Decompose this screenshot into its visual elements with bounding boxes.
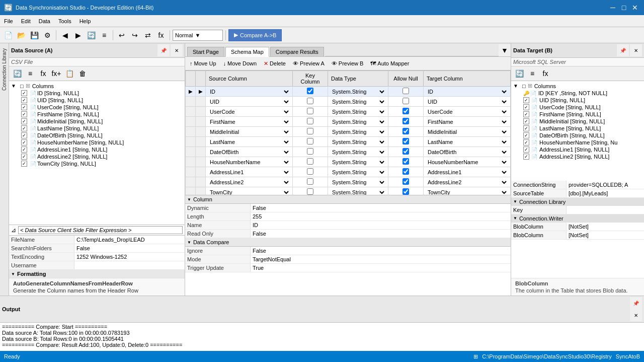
minimize-button[interactable]: ─: [608, 3, 618, 13]
left-pin-button[interactable]: 📌: [157, 44, 170, 56]
prop-val-ignore[interactable]: False: [251, 247, 511, 255]
right-close-button[interactable]: ✕: [630, 44, 642, 56]
target-cell-4[interactable]: MiddleInitial: [424, 127, 511, 137]
type-select-6[interactable]: System.String: [330, 149, 386, 156]
prop-value-textencoding[interactable]: 1252 Windows-1252: [74, 253, 185, 261]
move-up-button[interactable]: ↑ Move Up: [187, 58, 219, 69]
tree-columns-root[interactable]: ▼ □ ⊞ Columns: [10, 82, 184, 90]
col-checkbox-usercode[interactable]: ✓: [21, 104, 27, 110]
type-cell-10[interactable]: System.String: [328, 187, 388, 195]
key-cell-4[interactable]: [293, 127, 328, 137]
key-checkbox-1[interactable]: [307, 98, 313, 104]
tab-dropdown-button[interactable]: ▼: [499, 44, 511, 56]
menu-tools[interactable]: Tools: [54, 15, 75, 27]
type-select-2[interactable]: System.String: [330, 108, 386, 115]
key-checkbox-9[interactable]: [307, 178, 313, 185]
preview-b-button[interactable]: 👁 Preview B: [329, 58, 366, 69]
target-cell-3[interactable]: FirstName: [424, 117, 511, 127]
type-cell-8[interactable]: System.String: [328, 167, 388, 177]
table-row[interactable]: UserCode System.String UserCode: [186, 107, 511, 117]
target-cell-0[interactable]: ID: [424, 87, 511, 97]
source-select-7[interactable]: HouseNumberName: [208, 159, 290, 166]
target-select-0[interactable]: ID: [426, 88, 508, 95]
tab-schema-map[interactable]: Schema Map: [225, 47, 269, 57]
col-checkbox-addressline2[interactable]: ✓: [21, 154, 27, 160]
null-checkbox-10[interactable]: [403, 188, 409, 195]
connection-writer-section[interactable]: ▼ Connection.Writer: [511, 214, 644, 223]
col-checkbox-id[interactable]: ✓: [21, 90, 27, 96]
auto-mapper-button[interactable]: 🗺 Auto Mapper: [368, 58, 412, 69]
column-section-header[interactable]: ▼ Column: [185, 195, 511, 204]
target-cell-1[interactable]: UID: [424, 97, 511, 107]
col-checkbox-addressline1[interactable]: ✓: [21, 147, 27, 153]
null-cell-3[interactable]: [388, 117, 424, 127]
source-cell-7[interactable]: HouseNumberName: [206, 157, 293, 167]
right-tree-middleinitial[interactable]: ✓ 📄 MiddleInitial [String, NULL]: [522, 118, 643, 125]
target-cell-9[interactable]: AddressLine2: [424, 177, 511, 187]
null-cell-5[interactable]: [388, 137, 424, 147]
target-cell-7[interactable]: HouseNumberName: [424, 157, 511, 167]
source-cell-10[interactable]: TownCity: [206, 187, 293, 195]
target-cell-10[interactable]: TownCity: [424, 187, 511, 195]
key-checkbox-5[interactable]: [307, 138, 313, 144]
target-cell-8[interactable]: AddressLine1: [424, 167, 511, 177]
preview-a-button[interactable]: 👁 Preview A: [290, 58, 327, 69]
move-down-button[interactable]: ↓ Move Down: [221, 58, 260, 69]
tree-item-lastname[interactable]: ✓ 📄 LastName [String, NULL]: [20, 125, 184, 132]
mode-dropdown[interactable]: Normal ▼: [173, 30, 223, 41]
settings-button[interactable]: ⚙: [41, 29, 53, 41]
maximize-button[interactable]: □: [619, 3, 629, 13]
null-cell-7[interactable]: [388, 157, 424, 167]
null-checkbox-2[interactable]: [403, 108, 409, 114]
source-cell-1[interactable]: UID: [206, 97, 293, 107]
source-cell-2[interactable]: UserCode: [206, 107, 293, 117]
right-tree-uid[interactable]: ✓ 📄 UID [String, NULL]: [522, 97, 643, 104]
prop-value-filename[interactable]: C:\Temp\Leads_Drop\LEAD: [74, 236, 185, 244]
key-cell-9[interactable]: [293, 177, 328, 187]
source-select-8[interactable]: AddressLine1: [208, 169, 290, 176]
key-cell-7[interactable]: [293, 157, 328, 167]
null-checkbox-8[interactable]: [403, 168, 409, 175]
right-tree-addressline1[interactable]: ✓ 📄 AddressLine1 [String, NULL]: [522, 146, 643, 153]
right-tree-addressline2[interactable]: ✓ 📄 AddressLine2 [String, NULL]: [522, 153, 643, 160]
col-checkbox-dateofbirth[interactable]: ✓: [21, 132, 27, 138]
output-close-button[interactable]: ✕: [630, 309, 642, 321]
tree-item-uid[interactable]: ✓ 📄 UID [String, NULL]: [20, 97, 184, 104]
key-cell-1[interactable]: [293, 97, 328, 107]
source-cell-6[interactable]: DateOfBirth: [206, 147, 293, 157]
tree-item-dateofbirth[interactable]: ✓ 📄 DateOfBirth [String, NULL]: [20, 132, 184, 139]
left-formula-button[interactable]: fx: [37, 67, 49, 80]
left-refresh-button[interactable]: 🔄: [11, 67, 23, 80]
col-checkbox-firstname[interactable]: ✓: [21, 111, 27, 117]
menu-edit[interactable]: Edit: [17, 15, 35, 27]
filter-input[interactable]: [18, 226, 183, 234]
delete-button[interactable]: ✕ Delete: [261, 58, 288, 69]
type-select-5[interactable]: System.String: [330, 138, 386, 146]
col-checkbox-lastname[interactable]: ✓: [21, 125, 27, 131]
null-cell-4[interactable]: [388, 127, 424, 137]
right-refresh-button[interactable]: 🔄: [513, 67, 525, 80]
source-cell-3[interactable]: FirstName: [206, 117, 293, 127]
table-row[interactable]: FirstName System.String FirstName: [186, 117, 511, 127]
prop-val-mode[interactable]: TargetNotEqual: [251, 255, 511, 263]
type-cell-5[interactable]: System.String: [328, 137, 388, 147]
left-schema-button[interactable]: ≡: [24, 67, 36, 80]
table-row[interactable]: MiddleInitial System.String MiddleInitia…: [186, 127, 511, 137]
null-checkbox-3[interactable]: [403, 118, 409, 124]
null-checkbox-9[interactable]: [403, 178, 409, 185]
target-select-6[interactable]: DateOfBirth: [426, 149, 508, 156]
sync-button[interactable]: ⇄: [142, 29, 154, 41]
target-cell-6[interactable]: DateOfBirth: [424, 147, 511, 157]
key-checkbox-10[interactable]: [307, 188, 313, 195]
prop-value-searchinfolders[interactable]: False: [74, 244, 185, 252]
right-tree-columns-root[interactable]: ▼ □ ⊞ Columns: [512, 82, 643, 90]
right-prop-val-sourcetable[interactable]: [dbo].[MyLeads]: [567, 189, 644, 197]
target-select-7[interactable]: HouseNumberName: [426, 159, 508, 166]
prop-val-length[interactable]: 255: [251, 212, 511, 221]
source-select-1[interactable]: UID: [208, 98, 290, 105]
new-button[interactable]: 📄: [2, 29, 14, 41]
source-cell-8[interactable]: AddressLine1: [206, 167, 293, 177]
null-cell-9[interactable]: [388, 177, 424, 187]
tab-compare-results[interactable]: Compare Results: [270, 47, 324, 56]
type-select-1[interactable]: System.String: [330, 98, 386, 105]
